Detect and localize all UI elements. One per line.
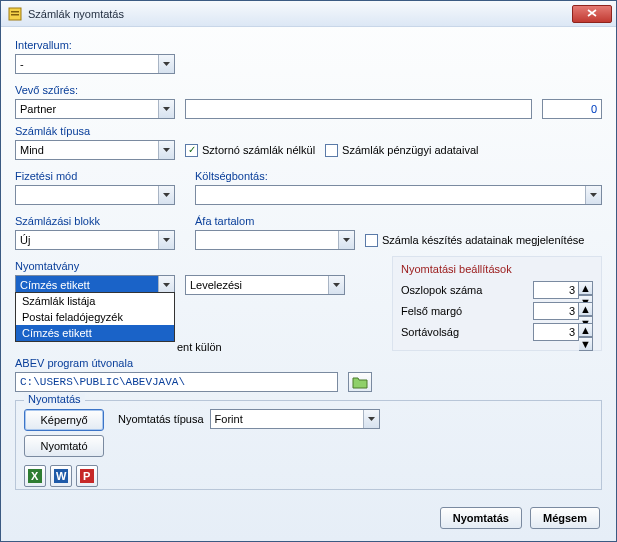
chevron-down-icon — [338, 231, 354, 249]
billing-block-label: Számlázási blokk — [15, 215, 175, 227]
spin-down-icon[interactable]: ▼ — [579, 337, 593, 351]
svg-text:X: X — [31, 470, 39, 482]
print-button[interactable]: Nyomtatás — [440, 507, 522, 529]
chevron-down-icon — [328, 276, 344, 294]
list-item[interactable]: Címzés etikett — [16, 325, 174, 341]
billing-block-dropdown[interactable]: Új — [15, 230, 175, 250]
vat-content-label: Áfa tartalom — [195, 215, 602, 227]
spin-up-icon[interactable]: ▲ — [579, 302, 593, 316]
export-excel-icon[interactable]: X — [24, 465, 46, 487]
partner-dropdown[interactable]: Partner — [15, 99, 175, 119]
svg-rect-2 — [11, 14, 19, 16]
printer-button[interactable]: Nyomtató — [24, 435, 104, 457]
abev-path-label: ABEV program útvonala — [15, 357, 372, 369]
print-type-dropdown[interactable]: Forint — [210, 409, 380, 429]
partner-count: 0 — [542, 99, 602, 119]
interval-label: Intervallum: — [15, 39, 602, 51]
svg-text:W: W — [56, 470, 67, 482]
line-spacing-label: Sortávolság — [401, 326, 459, 338]
invoice-type-dropdown[interactable]: Mind — [15, 140, 175, 160]
chevron-down-icon — [158, 231, 174, 249]
window-title: Számlák nyomtatás — [28, 8, 572, 20]
line-spacing-spinner[interactable]: 3 ▲▼ — [533, 323, 593, 341]
vat-content-dropdown[interactable] — [195, 230, 355, 250]
export-word-icon[interactable]: W — [50, 465, 72, 487]
chevron-down-icon — [363, 410, 379, 428]
print-type-label: Nyomtatás típusa — [118, 413, 204, 425]
app-icon — [7, 6, 23, 22]
chevron-down-icon — [158, 141, 174, 159]
truncated-text: ent külön — [177, 341, 222, 353]
payment-method-dropdown[interactable] — [15, 185, 175, 205]
columns-spinner[interactable]: 3 ▲▼ — [533, 281, 593, 299]
form-dropdown-list[interactable]: Számlák listája Postai feladójegyzék Cím… — [15, 292, 175, 342]
export-pdf-icon[interactable]: P — [76, 465, 98, 487]
invoice-type-label: Számlák típusa — [15, 125, 602, 137]
spin-up-icon[interactable]: ▲ — [579, 323, 593, 337]
screen-button[interactable]: Képernyő — [24, 409, 104, 431]
show-creation-data-checkbox[interactable]: Számla készítés adatainak megjelenítése — [365, 234, 584, 247]
chevron-down-icon — [158, 186, 174, 204]
browse-folder-button[interactable] — [348, 372, 372, 392]
customer-filter-label: Vevő szűrés: — [15, 84, 602, 96]
top-margin-spinner[interactable]: 3 ▲▼ — [533, 302, 593, 320]
form-sub-dropdown[interactable]: Levelezési — [185, 275, 345, 295]
columns-label: Oszlopok száma — [401, 284, 482, 296]
cancel-button[interactable]: Mégsem — [530, 507, 600, 529]
svg-text:P: P — [83, 470, 90, 482]
top-margin-label: Felső margó — [401, 305, 462, 317]
checkmark-icon — [185, 144, 198, 157]
interval-dropdown[interactable]: - — [15, 54, 175, 74]
chevron-down-icon — [158, 55, 174, 73]
print-fieldset: Nyomtatás Képernyő Nyomtató X W P Nyomta… — [15, 400, 602, 490]
chevron-down-icon — [585, 186, 601, 204]
list-item[interactable]: Postai feladójegyzék — [16, 309, 174, 325]
cost-breakdown-label: Költségbontás: — [195, 170, 602, 182]
form-label: Nyomtatvány — [15, 260, 372, 272]
cost-breakdown-dropdown[interactable] — [195, 185, 602, 205]
abev-path-input[interactable]: C:\USERS\PUBLIC\ABEVJAVA\ — [15, 372, 338, 392]
list-item[interactable]: Számlák listája — [16, 293, 174, 309]
spin-up-icon[interactable]: ▲ — [579, 281, 593, 295]
payment-method-label: Fizetési mód — [15, 170, 175, 182]
svg-rect-1 — [11, 11, 19, 13]
print-invoices-window: Számlák nyomtatás Intervallum: - Vevő sz… — [0, 0, 617, 542]
storno-checkbox[interactable]: Sztornó számlák nélkül — [185, 144, 315, 157]
partner-text-input[interactable] — [185, 99, 532, 119]
chevron-down-icon — [158, 100, 174, 118]
print-legend: Nyomtatás — [24, 393, 85, 405]
title-bar: Számlák nyomtatás — [1, 1, 616, 27]
close-button[interactable] — [572, 5, 612, 23]
financial-data-checkbox[interactable]: Számlák pénzügyi adataival — [325, 144, 478, 157]
print-settings-title: Nyomtatási beállítások — [401, 263, 593, 275]
